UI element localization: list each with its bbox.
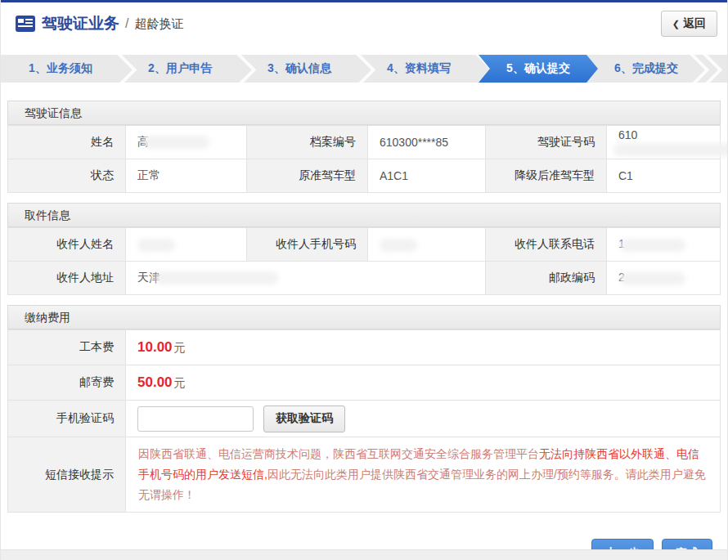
get-captcha-button[interactable]: 获取验证码 — [263, 405, 345, 432]
original-class-label: 原准驾车型 — [247, 159, 368, 193]
status-label: 状态 — [8, 159, 126, 193]
step-label: 3、确认信息 — [267, 61, 331, 76]
license-number-value: 610 — [607, 126, 721, 159]
back-button[interactable]: ❮返回 — [661, 11, 717, 37]
downgraded-class-label: 降级后准驾车型 — [486, 159, 607, 193]
postage-fee-value: 50.00元 — [126, 365, 721, 401]
recipient-address-label: 收件人地址 — [8, 262, 126, 295]
step-label: 5、确认提交 — [506, 61, 570, 76]
fee-unit: 元 — [174, 376, 186, 389]
step-bar-filler — [706, 55, 727, 83]
recipient-mobile-value — [368, 228, 486, 262]
section-title: 驾驶证信息 — [7, 101, 721, 125]
table-row: 邮寄费 50.00元 — [8, 365, 721, 401]
file-number-value: 610300****85 — [368, 126, 486, 159]
license-number-label: 驾驶证号码 — [486, 126, 607, 159]
status-value: 正常 — [126, 159, 247, 193]
sms-notice-text: 因陕西省联通、电信运营商技术问题，陕西省互联网交通安全综合服务管理平台无法向持陕… — [126, 437, 721, 513]
recipient-name-label: 收件人姓名 — [8, 228, 126, 262]
redaction-blur — [620, 272, 685, 285]
step-label: 4、资料填写 — [387, 61, 451, 76]
step-2-user-declaration[interactable]: 2、用户申告 — [120, 55, 240, 83]
redaction-blur — [155, 271, 278, 284]
name-label: 姓名 — [8, 126, 126, 159]
redaction-blur — [380, 239, 417, 252]
payment-table: 工本费 10.00元 邮寄费 50.00元 手机验证码 获取验证码 短信接收提示… — [7, 329, 721, 513]
step-label: 6、完成提交 — [614, 61, 678, 76]
production-fee-value: 10.00元 — [126, 330, 721, 365]
downgraded-class-value: C1 — [607, 159, 721, 193]
license-info-table: 姓名 高 档案编号 610300****85 驾驶证号码 610 状态 正常 原… — [7, 125, 721, 193]
page: 驾驶证业务 / 超龄换证 ❮返回 1、业务须知 2、用户申告 3、确认信息 4、… — [0, 0, 728, 560]
section-pickup-info: 取件信息 收件人姓名 收件人手机号码 收件人联系电话 1 收件人地址 天津 邮政… — [7, 203, 721, 295]
step-5-confirm-submit-active[interactable]: 5、确认提交 — [479, 55, 598, 83]
fee-unit: 元 — [174, 341, 186, 354]
fee-amount: 10.00 — [137, 339, 173, 355]
table-row: 短信接收提示 因陕西省联通、电信运营商技术问题，陕西省互联网交通安全综合服务管理… — [8, 437, 721, 513]
recipient-name-value — [126, 228, 247, 262]
pickup-info-table: 收件人姓名 收件人手机号码 收件人联系电话 1 收件人地址 天津 邮政编码 2 — [7, 227, 721, 295]
sms-notice-label: 短信接收提示 — [8, 437, 126, 513]
zip-code-value: 2 — [607, 262, 721, 295]
back-label: 返回 — [683, 16, 706, 29]
notice-part-1: 因陕西省联通、电信运营商技术问题，陕西省互联网交通安全综合服务管理平台 — [138, 447, 539, 460]
table-row: 手机验证码 获取验证码 — [8, 401, 721, 437]
sms-captcha-cell: 获取验证码 — [126, 401, 721, 437]
fee-amount: 50.00 — [137, 374, 173, 390]
zip-code-label: 邮政编码 — [486, 262, 607, 295]
sms-captcha-label: 手机验证码 — [8, 401, 126, 437]
license-card-icon — [16, 16, 35, 32]
section-payment-fees: 缴纳费用 工本费 10.00元 邮寄费 50.00元 手机验证码 获取验证码 短… — [7, 305, 721, 513]
breadcrumb-current: 超龄换证 — [134, 16, 183, 32]
step-1-business-notice[interactable]: 1、业务须知 — [1, 55, 120, 83]
recipient-address-value: 天津 — [126, 262, 486, 295]
table-row: 收件人地址 天津 邮政编码 2 — [8, 262, 721, 295]
recipient-phone-label: 收件人联系电话 — [486, 228, 607, 262]
file-number-label: 档案编号 — [247, 126, 368, 159]
step-label: 1、业务须知 — [29, 61, 92, 76]
header: 驾驶证业务 / 超龄换证 ❮返回 — [1, 2, 727, 45]
redaction-blur — [620, 239, 685, 252]
recipient-mobile-label: 收件人手机号码 — [247, 228, 368, 262]
redaction-blur — [137, 239, 175, 252]
table-row: 收件人姓名 收件人手机号码 收件人联系电话 1 — [8, 228, 721, 262]
step-label: 2、用户申告 — [148, 61, 212, 76]
sms-captcha-input[interactable] — [137, 406, 254, 432]
bottom-strip — [1, 549, 727, 560]
section-title: 取件信息 — [7, 203, 721, 227]
production-fee-label: 工本费 — [8, 330, 126, 365]
section-license-info: 驾驶证信息 姓名 高 档案编号 610300****85 驾驶证号码 610 状… — [7, 101, 721, 193]
redaction-blur — [144, 136, 209, 149]
table-row: 状态 正常 原准驾车型 A1C1 降级后准驾车型 C1 — [8, 159, 721, 193]
section-title: 缴纳费用 — [7, 305, 721, 329]
step-3-confirm-info[interactable]: 3、确认信息 — [240, 55, 359, 83]
back-chevron-icon: ❮ — [672, 19, 680, 29]
original-class-value: A1C1 — [368, 159, 486, 193]
redaction-blur — [613, 143, 728, 156]
table-row: 姓名 高 档案编号 610300****85 驾驶证号码 610 — [8, 126, 721, 159]
table-row: 工本费 10.00元 — [8, 330, 721, 365]
recipient-phone-value: 1 — [607, 228, 721, 262]
step-4-fill-materials[interactable]: 4、资料填写 — [359, 55, 479, 83]
step-progress-bar: 1、业务须知 2、用户申告 3、确认信息 4、资料填写 5、确认提交 6、完成提… — [1, 55, 727, 83]
postage-fee-label: 邮寄费 — [8, 365, 126, 401]
breadcrumb-divider: / — [125, 16, 128, 31]
name-value: 高 — [126, 126, 247, 159]
page-title: 驾驶证业务 — [42, 13, 119, 34]
